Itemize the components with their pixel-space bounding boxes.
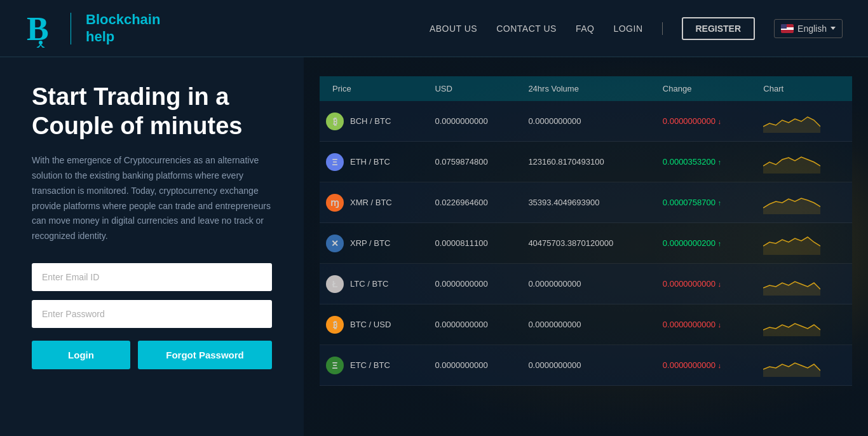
table-row[interactable]: ₿ BCH / BTC 0.0000000000 0.0000000000 0.… (320, 101, 852, 142)
pair-label-2: XMR / BTC (350, 198, 392, 207)
password-input[interactable] (32, 300, 272, 328)
table-header-row: Price USD 24hrs Volume Change Chart (320, 76, 852, 101)
pair-label-6: ETC / BTC (350, 360, 390, 370)
mini-chart-4 (763, 270, 820, 296)
nav-login[interactable]: LOGIN (613, 24, 642, 34)
pair-cell-1: Ξ ETH / BTC (320, 142, 424, 182)
price-cell-6: 0.0000000000 (424, 345, 518, 386)
mini-chart-3 (763, 229, 820, 255)
change-cell-1: 0.0000353200 ↑ (653, 142, 754, 182)
mini-chart-2 (763, 189, 820, 214)
price-cell-2: 0.0226964600 (424, 182, 518, 223)
table-row[interactable]: Ł LTC / BTC 0.0000000000 0.0000000000 0.… (320, 264, 852, 304)
logo-text-sub: help (86, 29, 160, 45)
coin-icon-eth: Ξ (326, 153, 344, 171)
table-row[interactable]: ✕ XRP / BTC 0.0000811100 40475703.387012… (320, 223, 852, 264)
mini-chart-1 (763, 148, 820, 174)
logo-divider (71, 13, 71, 44)
logo-text: Blockchain help (86, 11, 160, 45)
hero-description: With the emergence of Cryptocurrencies a… (32, 153, 272, 244)
right-panel: Price USD 24hrs Volume Change Chart ₿ BC… (304, 57, 868, 436)
nav-contact[interactable]: CONTACT US (496, 24, 557, 34)
table-row[interactable]: ɱ XMR / BTC 0.0226964600 35393.404969390… (320, 182, 852, 223)
coin-icon-ltc: Ł (326, 275, 344, 293)
chart-cell-0 (753, 101, 852, 142)
table-row[interactable]: Ξ ETC / BTC 0.0000000000 0.0000000000 0.… (320, 345, 852, 386)
crypto-table: Price USD 24hrs Volume Change Chart ₿ BC… (320, 76, 852, 386)
chart-cell-2 (753, 182, 852, 223)
col-volume: 24hrs Volume (518, 76, 652, 101)
login-button[interactable]: Login (32, 341, 130, 369)
pair-label-3: XRP / BTC (350, 238, 390, 248)
price-cell-1: 0.0759874800 (424, 142, 518, 182)
volume-cell-6: 0.0000000000 (518, 345, 652, 386)
chart-cell-3 (753, 223, 852, 264)
coin-icon-etc: Ξ (326, 357, 344, 374)
col-change: Change (653, 76, 754, 101)
mini-chart-0 (763, 107, 820, 133)
volume-cell-4: 0.0000000000 (518, 264, 652, 304)
mini-chart-6 (763, 351, 820, 377)
col-chart: Chart (753, 76, 852, 101)
hero-title: Start Trading in a Couple of minutes (32, 83, 272, 140)
forgot-password-button[interactable]: Forgot Password (138, 341, 272, 369)
main-content: Start Trading in a Couple of minutes Wit… (0, 57, 868, 436)
change-cell-6: 0.0000000000 ↓ (653, 345, 754, 386)
change-cell-2: 0.0000758700 ↑ (653, 182, 754, 223)
table-row[interactable]: Ξ ETH / BTC 0.0759874800 123160.81704931… (320, 142, 852, 182)
volume-cell-1: 123160.8170493100 (518, 142, 652, 182)
chevron-down-icon (831, 27, 836, 30)
pair-label-1: ETH / BTC (350, 157, 390, 167)
coin-icon-btc: ₿ (326, 316, 344, 334)
change-cell-0: 0.0000000000 ↓ (653, 101, 754, 142)
left-panel: Start Trading in a Couple of minutes Wit… (0, 57, 304, 436)
pair-label-5: BTC / USD (350, 320, 391, 329)
pair-cell-2: ɱ XMR / BTC (320, 182, 424, 223)
pair-label-0: BCH / BTC (350, 116, 391, 126)
pair-cell-5: ₿ BTC / USD (320, 304, 424, 345)
header: B Blockchain help ABOUT US CONTACT US FA… (0, 0, 868, 57)
volume-cell-0: 0.0000000000 (518, 101, 652, 142)
change-cell-3: 0.0000000200 ↑ (653, 223, 754, 264)
logo[interactable]: B Blockchain help (25, 10, 160, 48)
action-buttons: Login Forgot Password (32, 341, 272, 369)
chart-cell-4 (753, 264, 852, 304)
svg-point-1 (39, 41, 43, 44)
col-usd: USD (424, 76, 518, 101)
flag-icon (781, 24, 794, 33)
nav: ABOUT US CONTACT US FAQ LOGIN REGISTER E… (430, 17, 843, 40)
register-button[interactable]: REGISTER (682, 17, 756, 40)
coin-icon-xmr: ɱ (326, 194, 344, 212)
pair-cell-4: Ł LTC / BTC (320, 264, 424, 304)
nav-about[interactable]: ABOUT US (430, 24, 477, 34)
pair-cell-6: Ξ ETC / BTC (320, 345, 424, 386)
pair-cell-3: ✕ XRP / BTC (320, 223, 424, 264)
chart-cell-6 (753, 345, 852, 386)
mini-chart-5 (763, 311, 820, 336)
svg-text:B: B (27, 11, 49, 47)
price-cell-3: 0.0000811100 (424, 223, 518, 264)
volume-cell-5: 0.0000000000 (518, 304, 652, 345)
volume-cell-3: 40475703.3870120000 (518, 223, 652, 264)
col-price: Price (320, 76, 424, 101)
pair-cell-0: ₿ BCH / BTC (320, 101, 424, 142)
table-row[interactable]: ₿ BTC / USD 0.0000000000 0.0000000000 0.… (320, 304, 852, 345)
coin-icon-bch: ₿ (326, 112, 344, 130)
email-input[interactable] (32, 263, 272, 291)
chart-cell-5 (753, 304, 852, 345)
logo-icon: B (25, 10, 56, 48)
price-cell-4: 0.0000000000 (424, 264, 518, 304)
volume-cell-2: 35393.4049693900 (518, 182, 652, 223)
price-cell-5: 0.0000000000 (424, 304, 518, 345)
price-cell-0: 0.0000000000 (424, 101, 518, 142)
change-cell-5: 0.0000000000 ↓ (653, 304, 754, 345)
nav-divider (662, 22, 663, 35)
pair-label-4: LTC / BTC (350, 279, 388, 289)
chart-cell-1 (753, 142, 852, 182)
change-cell-4: 0.0000000000 ↓ (653, 264, 754, 304)
language-label: English (797, 24, 827, 34)
coin-icon-xrp: ✕ (326, 235, 344, 252)
language-selector[interactable]: English (774, 19, 843, 38)
logo-text-main: Blockchain (86, 11, 160, 28)
nav-faq[interactable]: FAQ (576, 24, 595, 34)
